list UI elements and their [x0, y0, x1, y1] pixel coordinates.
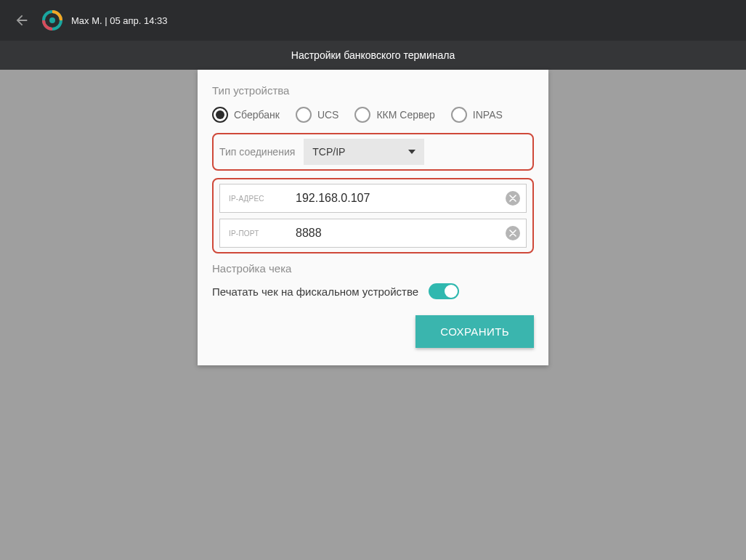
radio-label: ККМ Сервер	[376, 109, 434, 121]
radio-label: UCS	[317, 109, 339, 121]
svg-point-1	[49, 17, 55, 23]
topbar-user: Max M.	[71, 15, 102, 26]
ip-address-label: IP-АДРЕС	[229, 195, 296, 203]
radio-inpas[interactable]: INPAS	[451, 107, 503, 123]
ip-address-input[interactable]	[296, 192, 506, 205]
connection-type-callout: Тип соединения TCP/IP	[212, 133, 534, 171]
topbar-separator: |	[102, 15, 110, 26]
radio-kkm[interactable]: ККМ Сервер	[354, 107, 434, 123]
top-bar: Max M. | 05 апр. 14:33	[0, 0, 746, 41]
radio-ucs[interactable]: UCS	[296, 107, 339, 123]
dropdown-value: TCP/IP	[312, 146, 345, 158]
topbar-datetime: 05 апр. 14:33	[110, 15, 167, 26]
page-title-bar: Настройки банковского терминала	[0, 41, 746, 70]
page-title: Настройки банковского терминала	[291, 49, 455, 61]
settings-card: Тип устройства Сбербанк UCS ККМ Сервер I…	[198, 70, 548, 365]
radio-label: INPAS	[473, 109, 503, 121]
radio-label: Сбербанк	[234, 109, 280, 121]
connection-type-label: Тип соединения	[219, 146, 295, 158]
arrow-left-icon	[14, 12, 30, 28]
print-receipt-label: Печатать чек на фискальном устройстве	[212, 285, 418, 298]
ip-port-input[interactable]	[296, 227, 506, 240]
close-icon	[509, 195, 516, 202]
print-receipt-row: Печатать чек на фискальном устройстве	[212, 283, 534, 299]
switch-thumb-icon	[445, 285, 458, 298]
save-button[interactable]: СОХРАНИТЬ	[415, 315, 534, 348]
ip-port-label: IP-ПОРТ	[229, 230, 296, 238]
app-logo-icon	[42, 10, 62, 31]
receipt-section-label: Настройка чека	[212, 262, 534, 275]
clear-ip-address-button[interactable]	[506, 191, 520, 206]
chevron-down-icon	[408, 150, 415, 154]
print-receipt-toggle[interactable]	[429, 283, 459, 299]
radio-icon	[296, 107, 312, 123]
radio-sberbank[interactable]: Сбербанк	[212, 107, 280, 123]
radio-icon	[212, 107, 228, 123]
topbar-user-datetime: Max M. | 05 апр. 14:33	[71, 15, 168, 26]
ip-fields-callout: IP-АДРЕС IP-ПОРТ	[212, 178, 534, 253]
ip-port-field[interactable]: IP-ПОРТ	[219, 219, 527, 248]
close-icon	[509, 230, 516, 237]
ip-address-field[interactable]: IP-АДРЕС	[219, 184, 527, 213]
device-type-radio-group: Сбербанк UCS ККМ Сервер INPAS	[212, 107, 534, 123]
radio-icon	[354, 107, 370, 123]
radio-icon	[451, 107, 467, 123]
connection-type-dropdown[interactable]: TCP/IP	[304, 139, 424, 165]
clear-ip-port-button[interactable]	[506, 226, 520, 240]
back-button[interactable]	[12, 10, 32, 31]
device-type-label: Тип устройства	[212, 84, 534, 97]
